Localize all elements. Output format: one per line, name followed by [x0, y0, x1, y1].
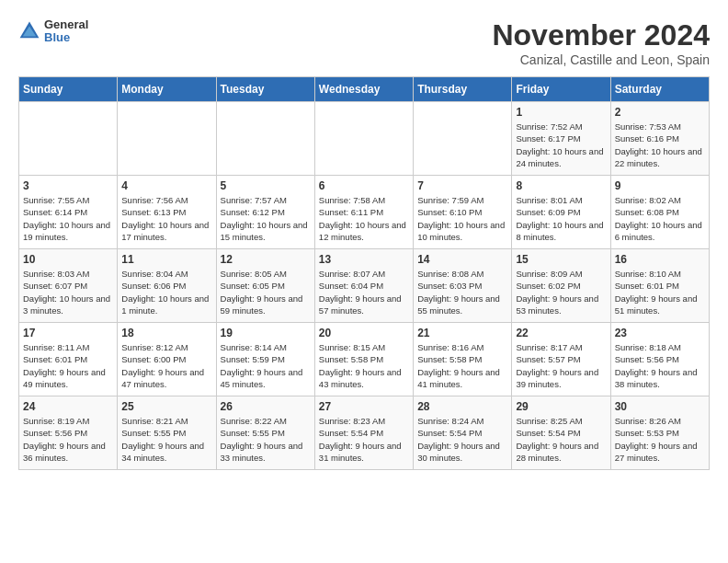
table-row — [19, 102, 118, 176]
table-row: 30Sunrise: 8:26 AM Sunset: 5:53 PM Dayli… — [610, 396, 709, 470]
page-header: General Blue November 2024 Canizal, Cast… — [18, 18, 710, 67]
table-row: 20Sunrise: 8:15 AM Sunset: 5:58 PM Dayli… — [314, 323, 413, 396]
week-row-4: 17Sunrise: 8:11 AM Sunset: 6:01 PM Dayli… — [19, 323, 710, 396]
table-row: 2Sunrise: 7:53 AM Sunset: 6:16 PM Daylig… — [610, 102, 709, 176]
day-number: 24 — [23, 400, 113, 413]
day-number: 23 — [615, 327, 705, 339]
table-row: 9Sunrise: 8:02 AM Sunset: 6:08 PM Daylig… — [610, 176, 709, 249]
table-row: 29Sunrise: 8:25 AM Sunset: 5:54 PM Dayli… — [512, 396, 610, 470]
day-info: Sunrise: 7:55 AM Sunset: 6:14 PM Dayligh… — [23, 194, 113, 243]
day-number: 13 — [319, 253, 409, 266]
day-info: Sunrise: 7:59 AM Sunset: 6:10 PM Dayligh… — [417, 194, 507, 243]
day-number: 12 — [221, 253, 311, 266]
table-row: 19Sunrise: 8:14 AM Sunset: 5:59 PM Dayli… — [216, 323, 314, 396]
header-thursday: Thursday — [414, 77, 512, 102]
table-row: 22Sunrise: 8:17 AM Sunset: 5:57 PM Dayli… — [512, 323, 610, 396]
table-row: 27Sunrise: 8:23 AM Sunset: 5:54 PM Dayli… — [314, 396, 413, 470]
title-section: November 2024 Canizal, Castille and Leon… — [492, 18, 710, 67]
day-number: 9 — [615, 179, 705, 192]
day-number: 8 — [516, 179, 606, 192]
table-row: 11Sunrise: 8:04 AM Sunset: 6:06 PM Dayli… — [118, 249, 216, 323]
table-row: 14Sunrise: 8:08 AM Sunset: 6:03 PM Dayli… — [414, 249, 512, 323]
day-info: Sunrise: 8:23 AM Sunset: 5:54 PM Dayligh… — [319, 415, 409, 464]
table-row: 16Sunrise: 8:10 AM Sunset: 6:01 PM Dayli… — [610, 249, 709, 323]
table-row: 12Sunrise: 8:05 AM Sunset: 6:05 PM Dayli… — [216, 249, 314, 323]
table-row: 17Sunrise: 8:11 AM Sunset: 6:01 PM Dayli… — [19, 323, 118, 396]
day-number: 27 — [319, 400, 409, 413]
month-title: November 2024 — [492, 18, 710, 52]
day-number: 3 — [23, 179, 113, 192]
day-number: 25 — [121, 400, 211, 413]
logo-text: General Blue — [44, 18, 88, 45]
day-info: Sunrise: 8:21 AM Sunset: 5:55 PM Dayligh… — [121, 415, 211, 464]
table-row — [414, 102, 512, 176]
day-info: Sunrise: 8:25 AM Sunset: 5:54 PM Dayligh… — [516, 415, 606, 464]
day-info: Sunrise: 7:52 AM Sunset: 6:17 PM Dayligh… — [516, 121, 606, 169]
day-info: Sunrise: 8:14 AM Sunset: 5:59 PM Dayligh… — [221, 341, 311, 390]
day-number: 19 — [221, 327, 311, 339]
day-number: 4 — [121, 179, 211, 192]
header-sunday: Sunday — [19, 77, 118, 102]
day-info: Sunrise: 8:02 AM Sunset: 6:08 PM Dayligh… — [615, 194, 705, 243]
day-info: Sunrise: 8:07 AM Sunset: 6:04 PM Dayligh… — [319, 268, 409, 316]
table-row: 26Sunrise: 8:22 AM Sunset: 5:55 PM Dayli… — [216, 396, 314, 470]
day-info: Sunrise: 8:11 AM Sunset: 6:01 PM Dayligh… — [23, 341, 113, 390]
day-info: Sunrise: 8:22 AM Sunset: 5:55 PM Dayligh… — [221, 415, 311, 464]
day-number: 16 — [615, 253, 705, 266]
table-row: 4Sunrise: 7:56 AM Sunset: 6:13 PM Daylig… — [118, 176, 216, 249]
day-number: 26 — [221, 400, 311, 413]
calendar-table: SundayMondayTuesdayWednesdayThursdayFrid… — [18, 76, 710, 470]
day-number: 15 — [516, 253, 606, 266]
header-saturday: Saturday — [610, 77, 709, 102]
table-row — [314, 102, 413, 176]
logo-icon — [18, 20, 40, 42]
table-row: 21Sunrise: 8:16 AM Sunset: 5:58 PM Dayli… — [414, 323, 512, 396]
day-number: 22 — [516, 327, 606, 339]
day-info: Sunrise: 8:01 AM Sunset: 6:09 PM Dayligh… — [516, 194, 606, 243]
location-subtitle: Canizal, Castille and Leon, Spain — [492, 52, 710, 67]
day-number: 7 — [417, 179, 507, 192]
table-row — [216, 102, 314, 176]
table-row: 1Sunrise: 7:52 AM Sunset: 6:17 PM Daylig… — [512, 102, 610, 176]
day-info: Sunrise: 8:10 AM Sunset: 6:01 PM Dayligh… — [615, 268, 705, 316]
day-info: Sunrise: 7:56 AM Sunset: 6:13 PM Dayligh… — [121, 194, 211, 243]
table-row: 10Sunrise: 8:03 AM Sunset: 6:07 PM Dayli… — [19, 249, 118, 323]
day-number: 6 — [319, 179, 409, 192]
table-row: 5Sunrise: 7:57 AM Sunset: 6:12 PM Daylig… — [216, 176, 314, 249]
day-info: Sunrise: 7:53 AM Sunset: 6:16 PM Dayligh… — [615, 121, 705, 169]
day-info: Sunrise: 8:12 AM Sunset: 6:00 PM Dayligh… — [121, 341, 211, 390]
table-row — [118, 102, 216, 176]
day-info: Sunrise: 8:24 AM Sunset: 5:54 PM Dayligh… — [417, 415, 507, 464]
day-info: Sunrise: 8:19 AM Sunset: 5:56 PM Dayligh… — [23, 415, 113, 464]
table-row: 25Sunrise: 8:21 AM Sunset: 5:55 PM Dayli… — [118, 396, 216, 470]
header-wednesday: Wednesday — [314, 77, 413, 102]
day-number: 11 — [121, 253, 211, 266]
header-monday: Monday — [118, 77, 216, 102]
table-row: 24Sunrise: 8:19 AM Sunset: 5:56 PM Dayli… — [19, 396, 118, 470]
day-info: Sunrise: 8:15 AM Sunset: 5:58 PM Dayligh… — [319, 341, 409, 390]
logo: General Blue — [18, 18, 88, 45]
week-row-3: 10Sunrise: 8:03 AM Sunset: 6:07 PM Dayli… — [19, 249, 710, 323]
header-row: SundayMondayTuesdayWednesdayThursdayFrid… — [19, 77, 710, 102]
day-number: 10 — [23, 253, 113, 266]
logo-blue-text: Blue — [44, 31, 88, 44]
day-info: Sunrise: 8:08 AM Sunset: 6:03 PM Dayligh… — [417, 268, 507, 316]
day-number: 2 — [615, 106, 705, 119]
day-number: 28 — [417, 400, 507, 413]
day-info: Sunrise: 8:03 AM Sunset: 6:07 PM Dayligh… — [23, 268, 113, 316]
day-info: Sunrise: 8:26 AM Sunset: 5:53 PM Dayligh… — [615, 415, 705, 464]
table-row: 28Sunrise: 8:24 AM Sunset: 5:54 PM Dayli… — [414, 396, 512, 470]
table-row: 23Sunrise: 8:18 AM Sunset: 5:56 PM Dayli… — [610, 323, 709, 396]
week-row-5: 24Sunrise: 8:19 AM Sunset: 5:56 PM Dayli… — [19, 396, 710, 470]
day-info: Sunrise: 8:04 AM Sunset: 6:06 PM Dayligh… — [121, 268, 211, 316]
table-row: 6Sunrise: 7:58 AM Sunset: 6:11 PM Daylig… — [314, 176, 413, 249]
week-row-2: 3Sunrise: 7:55 AM Sunset: 6:14 PM Daylig… — [19, 176, 710, 249]
table-row: 18Sunrise: 8:12 AM Sunset: 6:00 PM Dayli… — [118, 323, 216, 396]
calendar-body: 1Sunrise: 7:52 AM Sunset: 6:17 PM Daylig… — [19, 102, 710, 470]
week-row-1: 1Sunrise: 7:52 AM Sunset: 6:17 PM Daylig… — [19, 102, 710, 176]
day-info: Sunrise: 8:05 AM Sunset: 6:05 PM Dayligh… — [221, 268, 311, 316]
header-tuesday: Tuesday — [216, 77, 314, 102]
table-row: 15Sunrise: 8:09 AM Sunset: 6:02 PM Dayli… — [512, 249, 610, 323]
day-number: 18 — [121, 327, 211, 339]
day-number: 5 — [221, 179, 311, 192]
